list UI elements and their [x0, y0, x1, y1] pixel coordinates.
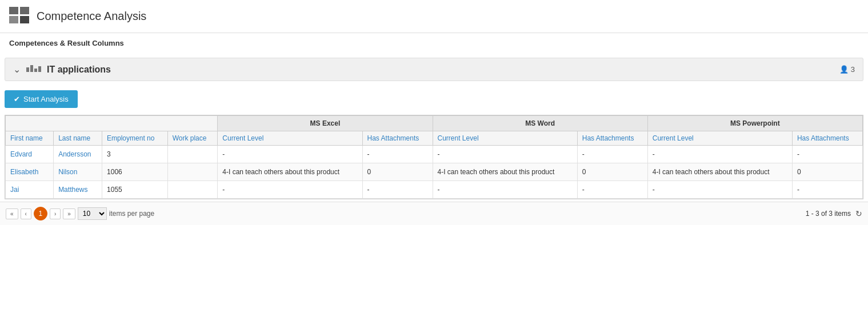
- pagination-left: « ‹ 1 › » 102550100 items per page: [6, 207, 154, 220]
- first-page-button[interactable]: «: [6, 208, 18, 219]
- table-cell: 0: [577, 163, 647, 181]
- table-cell: 3: [102, 146, 168, 163]
- table-cell: -: [362, 146, 433, 163]
- next-page-button[interactable]: ›: [50, 208, 61, 219]
- table-cell: [167, 181, 218, 199]
- refresh-button[interactable]: ↻: [855, 209, 862, 218]
- table-cell: Nilson: [54, 163, 102, 181]
- competence-group-left: ⌄ IT applications: [13, 64, 111, 75]
- table-cell: 1006: [102, 163, 168, 181]
- col-word-level: Current Level: [433, 131, 577, 146]
- results-table-container: MS Excel MS Word MS Powerpoint First nam…: [5, 115, 863, 199]
- table-cell: 4-I can teach others about this product: [218, 163, 362, 181]
- table-scroll-wrapper[interactable]: MS Excel MS Word MS Powerpoint First nam…: [5, 115, 863, 199]
- table-cell: [167, 146, 218, 163]
- table-cell: 0: [362, 163, 433, 181]
- items-per-page-label: items per page: [109, 210, 154, 218]
- table-row: JaiMatthews1055------: [6, 181, 863, 199]
- ms-word-header: MS Word: [433, 116, 647, 131]
- table-cell: Elisabeth: [6, 163, 54, 181]
- base-header-group: [6, 116, 218, 131]
- svg-rect-0: [9, 7, 18, 14]
- col-excel-level: Current Level: [218, 131, 362, 146]
- pagination-bar: « ‹ 1 › » 102550100 items per page 1 - 3…: [0, 202, 868, 225]
- col-pp-attach: Has Attachments: [792, 131, 862, 146]
- chevron-down-icon[interactable]: ⌄: [13, 64, 21, 75]
- competence-group-header: ⌄ IT applications 👤 3: [5, 58, 863, 81]
- start-analysis-button[interactable]: ✔ Start Analysis: [5, 90, 78, 108]
- table-cell: -: [647, 146, 792, 163]
- pagination-right: 1 - 3 of 3 items ↻: [806, 209, 862, 218]
- table-cell: [167, 163, 218, 181]
- ms-excel-header: MS Excel: [218, 116, 433, 131]
- table-cell: -: [792, 181, 862, 199]
- table-cell: 4-I can teach others about this product: [433, 163, 577, 181]
- table-cell: -: [362, 181, 433, 199]
- table-cell: Matthews: [54, 181, 102, 199]
- count-value: 3: [851, 65, 855, 74]
- col-excel-attach: Has Attachments: [362, 131, 433, 146]
- table-cell: 0: [792, 163, 862, 181]
- app-icon: [9, 7, 30, 26]
- table-row: ElisabethNilson10064-I can teach others …: [6, 163, 863, 181]
- table-cell: -: [577, 181, 647, 199]
- items-per-page-select[interactable]: 102550100: [78, 207, 107, 220]
- table-cell: -: [218, 181, 362, 199]
- col-word-attach: Has Attachments: [577, 131, 647, 146]
- total-items-label: 1 - 3 of 3 items: [806, 210, 851, 218]
- last-page-button[interactable]: »: [63, 208, 75, 219]
- competence-group-title: IT applications: [47, 65, 111, 75]
- svg-rect-3: [20, 16, 29, 23]
- col-employment: Employment no: [102, 131, 168, 146]
- table-cell: -: [792, 146, 862, 163]
- bar-chart-icon: [26, 65, 41, 74]
- section-label: Competences & Result Columns: [0, 33, 868, 53]
- table-cell: 4-I can teach others about this product: [647, 163, 792, 181]
- competence-group: ⌄ IT applications 👤 3: [5, 58, 863, 81]
- results-table: MS Excel MS Word MS Powerpoint First nam…: [5, 115, 863, 199]
- table-cell: -: [647, 181, 792, 199]
- person-icon: 👤: [839, 65, 849, 74]
- svg-rect-1: [20, 7, 29, 14]
- current-page-button[interactable]: 1: [34, 207, 47, 220]
- ms-pp-header: MS Powerpoint: [647, 116, 862, 131]
- table-cell: Edvard: [6, 146, 54, 163]
- checkmark-icon: ✔: [14, 95, 20, 103]
- page-header: Competence Analysis: [0, 0, 868, 33]
- prev-page-button[interactable]: ‹: [21, 208, 31, 219]
- competence-group-count: 👤 3: [839, 65, 855, 74]
- col-workplace: Work place: [167, 131, 218, 146]
- col-firstname: First name: [6, 131, 54, 146]
- table-cell: 1055: [102, 181, 168, 199]
- table-row: EdvardAndersson3------: [6, 146, 863, 163]
- col-lastname: Last name: [54, 131, 102, 146]
- table-cell: -: [433, 146, 577, 163]
- col-pp-level: Current Level: [647, 131, 792, 146]
- table-cell: -: [433, 181, 577, 199]
- table-cell: Andersson: [54, 146, 102, 163]
- svg-rect-2: [9, 16, 18, 23]
- table-cell: -: [218, 146, 362, 163]
- table-cell: Jai: [6, 181, 54, 199]
- page-title: Competence Analysis: [37, 10, 146, 23]
- table-cell: -: [577, 146, 647, 163]
